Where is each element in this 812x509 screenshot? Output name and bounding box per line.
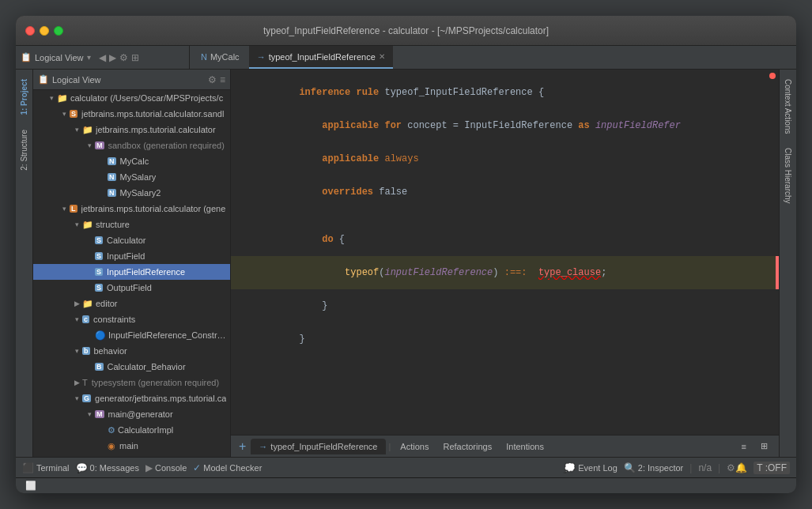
tree-label: jetbrains.mps.tutorial.calculator xyxy=(96,125,216,134)
tree-node-constraint[interactable]: 🔵 InputFieldReference_Constraint xyxy=(33,327,230,343)
code-editor[interactable]: inference rule typeof_InputFieldReferenc… xyxy=(231,70,779,435)
minimize-button[interactable] xyxy=(40,26,49,36)
tree-arrow: ▾ xyxy=(46,94,57,102)
sidebar-tab-project[interactable]: 1: Project xyxy=(17,73,32,122)
tree-arrow: ▾ xyxy=(71,221,82,228)
actions-label: Actions xyxy=(400,442,429,451)
tree-label: behavior xyxy=(94,346,127,356)
nav-layout-btn[interactable]: ⊞ xyxy=(131,52,139,63)
error-indicator xyxy=(769,73,776,79)
actions-button[interactable]: Actions xyxy=(394,439,435,454)
logical-view-icon: 📋 xyxy=(21,52,32,62)
context-actions-tab[interactable]: Context Actions xyxy=(780,73,795,140)
intentions-button[interactable]: Intentions xyxy=(500,439,550,454)
bottom-tab-typeof[interactable]: → typeof_InputFieldReference xyxy=(251,439,385,454)
event-log-icon: 💭 xyxy=(564,462,576,473)
project-tree[interactable]: ▾ 📁 calculator (/Users/Oscar/MPSProjects… xyxy=(33,90,230,457)
tree-node-calculator-struct[interactable]: S Calculator xyxy=(33,232,230,248)
bottom-settings-btn[interactable]: ≡ xyxy=(735,439,753,454)
sidebar-tab-structure[interactable]: 2: Structure xyxy=(17,123,32,177)
tree-node-structure[interactable]: ▾ 📁 structure xyxy=(33,217,230,232)
tree-arrow: ▶ xyxy=(71,379,82,386)
tree-node-generator[interactable]: ▾ G generator/jetbrains.mps.tutorial.ca xyxy=(33,390,230,406)
tab-typeof-inputfieldreference[interactable]: → typeof_InputFieldReference ✕ xyxy=(249,46,393,69)
tab-mycalc-label: MyCalc xyxy=(210,52,240,62)
panel-view-label: Logical View xyxy=(52,75,205,85)
tree-node-mysalary[interactable]: N MySalary xyxy=(33,169,230,185)
tree-node-outputfield[interactable]: S OutputField xyxy=(33,280,230,296)
tree-node-sandl[interactable]: ▾ S jetbrains.mps.tutorial.calculator.sa… xyxy=(33,106,230,122)
tree-node-mysalary2[interactable]: N MySalary2 xyxy=(33,185,230,201)
panel-toolbar: 📋 Logical View ⚙ ≡ xyxy=(33,70,230,90)
tree-node-inputfield[interactable]: S InputField xyxy=(33,248,230,264)
panel-toolbar-layout-btn[interactable]: ≡ xyxy=(220,74,225,85)
tree-node-mps-calc[interactable]: ▾ L jetbrains.mps.tutorial.calculator (g… xyxy=(33,201,230,217)
tab-mycalc[interactable]: N MyCalc xyxy=(193,46,247,69)
tree-node-behavior[interactable]: ▾ b behavior xyxy=(33,343,230,359)
class-hierarchy-tab[interactable]: Class Hierarchy xyxy=(780,141,795,210)
tree-l-icon: L xyxy=(70,205,77,213)
tree-node-main[interactable]: ◉ main xyxy=(33,438,230,454)
tree-label: structure xyxy=(96,220,130,229)
code-line-error: typeof(inputFieldReference) :==: type_cl… xyxy=(231,256,779,289)
tree-arrow: ▾ xyxy=(59,110,70,118)
panel-toolbar-settings-btn[interactable]: ⚙ xyxy=(208,74,217,85)
code-content: do { xyxy=(231,223,772,256)
bottom-tab-label: typeof_InputFieldReference xyxy=(270,442,377,451)
refactorings-button[interactable]: Refactorings xyxy=(436,439,498,454)
nav-forward-btn[interactable]: ▶ xyxy=(109,52,116,63)
bottom-tab-right: ≡ ⊞ xyxy=(735,438,774,454)
close-button[interactable] xyxy=(25,26,35,36)
tree-node-inputfieldref[interactable]: S InputFieldReference xyxy=(33,264,230,280)
terminal-item[interactable]: ⬛ Terminal xyxy=(22,462,70,473)
tree-folder-icon: 📁 xyxy=(57,93,68,104)
bottom-layout-btn[interactable]: ⊞ xyxy=(754,438,774,454)
event-log-item[interactable]: 💭 Event Log xyxy=(564,462,617,473)
model-checker-label: Model Checker xyxy=(203,463,262,473)
tree-node-typesystem[interactable]: ▶ T typesystem (generation required) xyxy=(33,375,230,390)
model-checker-item[interactable]: ✓ Model Checker xyxy=(193,462,262,473)
tree-t-icon: T xyxy=(82,378,88,387)
tree-m-icon: M xyxy=(95,141,104,149)
tree-label: jetbrains.mps.tutorial.calculator (gene xyxy=(81,204,226,213)
tree-node-calc-behavior[interactable]: B Calculator_Behavior xyxy=(33,359,230,375)
tree-label: InputFieldReference xyxy=(107,267,185,277)
tree-node-main-gen[interactable]: ▾ M main@generator xyxy=(33,406,230,422)
main-area: 1: Project 2: Structure 📋 Logical View ⚙… xyxy=(16,70,796,457)
tree-label: editor xyxy=(96,299,118,308)
tree-label: calculator (/Users/Oscar/MPSProjects/c xyxy=(70,93,223,103)
tree-main-icon: ◉ xyxy=(108,441,115,451)
tree-node-constraints[interactable]: ▾ c constraints xyxy=(33,311,230,327)
tree-arrow: ▾ xyxy=(71,394,82,402)
editor-bottom-tabs: + → typeof_InputFieldReference | Actions… xyxy=(231,435,779,457)
logical-view-label[interactable]: Logical View xyxy=(35,53,84,62)
editor-tabs: N MyCalc → typeof_InputFieldReference ✕ xyxy=(190,46,796,69)
code-line-4: overrides false xyxy=(231,175,779,209)
add-tab-button[interactable]: + xyxy=(236,439,249,454)
project-panel: 📋 Logical View ⚙ ≡ ▾ 📁 calculator (/User… xyxy=(33,70,231,457)
main-window: typeof_InputFieldReference - calculator … xyxy=(16,16,796,493)
tree-node-editor[interactable]: ▶ 📁 editor xyxy=(33,296,230,311)
logical-view-arrow[interactable]: ▾ xyxy=(87,53,91,62)
tree-label: MyCalc xyxy=(120,156,149,166)
tree-label: Calculator_Behavior xyxy=(108,362,186,371)
inspector-item[interactable]: 🔍 2: Inspector xyxy=(624,462,683,473)
messages-item[interactable]: 💬 0: Messages xyxy=(76,462,139,473)
console-item[interactable]: ▶ Console xyxy=(145,462,187,473)
maximize-button[interactable] xyxy=(54,26,63,36)
code-content: applicable for concept = InputFieldRefer… xyxy=(231,109,772,142)
tree-node-mycalc[interactable]: N MyCalc xyxy=(33,153,230,169)
tree-node-sandbox[interactable]: ▾ M sandbox (generation required) xyxy=(33,138,230,153)
tree-label: MySalary2 xyxy=(120,188,161,198)
tree-node-calculator[interactable]: ▾ 📁 calculator (/Users/Oscar/MPSProjects… xyxy=(33,90,230,106)
nav-back-btn[interactable]: ◀ xyxy=(99,52,106,63)
bottom-bar: ⬜ xyxy=(16,477,796,493)
tree-arrow: ▾ xyxy=(84,141,95,149)
tab-typeof-close-btn[interactable]: ✕ xyxy=(379,52,385,61)
bottom-left-btn[interactable]: ⬜ xyxy=(22,481,40,491)
nav-settings-btn[interactable]: ⚙ xyxy=(119,52,128,63)
tree-node-calcimpl[interactable]: ⚙ CalculatorImpl xyxy=(33,422,230,438)
tree-label: InputField xyxy=(107,251,145,261)
tabbar: 📋 Logical View ▾ ◀ ▶ ⚙ ⊞ N MyCalc → type… xyxy=(16,46,796,70)
tree-node-calc[interactable]: ▾ 📁 jetbrains.mps.tutorial.calculator xyxy=(33,122,230,138)
